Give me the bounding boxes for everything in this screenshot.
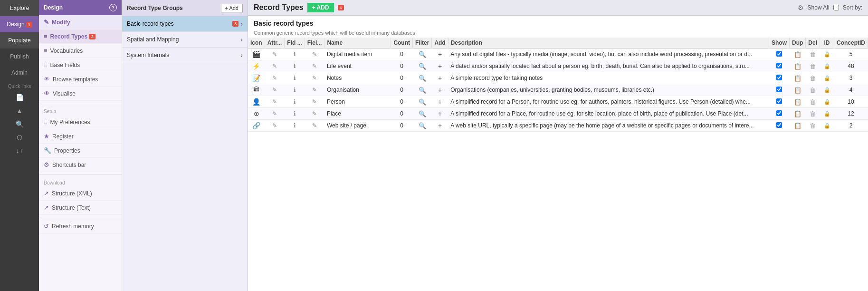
record-dup-5[interactable]: 📋 <box>789 108 805 120</box>
record-dup-1[interactable]: 📋 <box>789 60 805 72</box>
help-icon[interactable]: ? <box>109 4 117 11</box>
record-attr-pencil-1[interactable]: ✎ <box>265 60 285 72</box>
record-edit-6[interactable]: ✎ <box>305 120 324 132</box>
sidebar-item-properties[interactable]: 🔧 Properties <box>39 144 122 158</box>
record-icon-1[interactable]: ⚡ <box>248 60 265 72</box>
sidebar-item-base-fields[interactable]: ≡ Base Fields <box>39 58 122 72</box>
record-show-checkbox-2[interactable] <box>769 72 789 84</box>
record-info-5[interactable]: ℹ <box>285 108 305 120</box>
nav-design[interactable]: Design1 <box>0 16 39 32</box>
group-spatial-arrow: › <box>240 36 243 43</box>
record-show-checkbox-5[interactable] <box>769 108 789 120</box>
record-dup-6[interactable]: 📋 <box>789 120 805 132</box>
record-attr-pencil-0[interactable]: ✎ <box>265 48 285 60</box>
record-dup-0[interactable]: 📋 <box>789 48 805 60</box>
record-icon-5[interactable]: ⊕ <box>248 108 265 120</box>
record-add-1[interactable]: + <box>432 60 448 72</box>
sidebar-item-structure-text[interactable]: ↗ Structure (Text) <box>39 201 122 215</box>
record-filter-3[interactable]: 🔍 <box>413 84 432 96</box>
record-icon-4[interactable]: 👤 <box>248 96 265 108</box>
quick-icon-search[interactable]: 🔍 <box>0 117 39 131</box>
record-add-5[interactable]: + <box>432 108 448 120</box>
record-del-6[interactable]: 🗑 <box>806 120 820 132</box>
nav-explore[interactable]: Explore <box>0 0 39 16</box>
record-info-1[interactable]: ℹ <box>285 60 305 72</box>
record-add-2[interactable]: + <box>432 72 448 84</box>
record-edit-5[interactable]: ✎ <box>305 108 324 120</box>
group-item-basic-record-types[interactable]: Basic record types 3 › <box>122 16 248 32</box>
record-edit-1[interactable]: ✎ <box>305 60 324 72</box>
record-del-3[interactable]: 🗑 <box>806 84 820 96</box>
record-del-5[interactable]: 🗑 <box>806 108 820 120</box>
record-show-checkbox-1[interactable] <box>769 60 789 72</box>
sidebar-item-shortcuts-bar[interactable]: ⚙ Shortcuts bar <box>39 158 122 172</box>
record-add-6[interactable]: + <box>432 120 448 132</box>
record-info-3[interactable]: ℹ <box>285 84 305 96</box>
sidebar-item-register[interactable]: ★ Register <box>39 129 122 144</box>
record-show-checkbox-4[interactable] <box>769 96 789 108</box>
record-attr-pencil-3[interactable]: ✎ <box>265 84 285 96</box>
record-dup-2[interactable]: 📋 <box>789 72 805 84</box>
record-filter-2[interactable]: 🔍 <box>413 72 432 84</box>
record-name-5: Place <box>324 108 391 120</box>
record-del-0[interactable]: 🗑 <box>806 48 820 60</box>
record-show-checkbox-3[interactable] <box>769 84 789 96</box>
record-info-6[interactable]: ℹ <box>285 120 305 132</box>
quick-icon-cube[interactable]: ⬡ <box>0 131 39 144</box>
main-header: Record Types + ADD 4 ⚙ Show All Sort by: <box>248 0 868 16</box>
record-add-0[interactable]: + <box>432 48 448 60</box>
quick-icon-filter[interactable]: ↓+ <box>0 144 39 157</box>
record-info-0[interactable]: ℹ <box>285 48 305 60</box>
record-edit-0[interactable]: ✎ <box>305 48 324 60</box>
add-record-type-button[interactable]: + ADD <box>307 3 334 12</box>
record-icon-6[interactable]: 🔗 <box>248 120 265 132</box>
record-icon-2[interactable]: 📝 <box>248 72 265 84</box>
record-del-1[interactable]: 🗑 <box>806 60 820 72</box>
sidebar-item-vocabularies[interactable]: ≡ Vocabularies <box>39 44 122 58</box>
record-filter-5[interactable]: 🔍 <box>413 108 432 120</box>
quick-icon-doc[interactable]: 📄 <box>0 91 39 104</box>
record-add-3[interactable]: + <box>432 84 448 96</box>
col-header-icon: Icon <box>248 38 265 48</box>
record-filter-1[interactable]: 🔍 <box>413 60 432 72</box>
sidebar-item-refresh-memory[interactable]: ↺ Refresh memory <box>39 219 122 233</box>
record-attr-pencil-6[interactable]: ✎ <box>265 120 285 132</box>
record-attr-pencil-2[interactable]: ✎ <box>265 72 285 84</box>
sidebar-item-my-preferences[interactable]: ≡ My Preferences <box>39 115 122 129</box>
group-system-arrow: › <box>240 51 243 59</box>
modify-link[interactable]: ✎ Modify <box>39 15 122 29</box>
sidebar-item-visualise[interactable]: 👁 Visualise <box>39 87 122 101</box>
record-info-2[interactable]: ℹ <box>285 72 305 84</box>
add-group-button[interactable]: + Add <box>221 4 243 12</box>
record-del-4[interactable]: 🗑 <box>806 96 820 108</box>
record-icon-0[interactable]: 🎬 <box>248 48 265 60</box>
record-dup-4[interactable]: 📋 <box>789 96 805 108</box>
record-edit-4[interactable]: ✎ <box>305 96 324 108</box>
sidebar-item-browse-templates[interactable]: 👁 Browse templates <box>39 72 122 87</box>
record-show-checkbox-0[interactable] <box>769 48 789 60</box>
record-del-2[interactable]: 🗑 <box>806 72 820 84</box>
record-edit-3[interactable]: ✎ <box>305 84 324 96</box>
record-attr-pencil-5[interactable]: ✎ <box>265 108 285 120</box>
nav-publish[interactable]: Publish <box>0 48 39 65</box>
group-item-spatial-mapping[interactable]: Spatial and Mapping › <box>122 32 248 48</box>
sidebar-item-structure-xml[interactable]: ↗ Structure (XML) <box>39 186 122 201</box>
nav-admin[interactable]: Admin <box>0 65 39 81</box>
record-dup-3[interactable]: 📋 <box>789 84 805 96</box>
record-filter-6[interactable]: 🔍 <box>413 120 432 132</box>
record-attr-pencil-4[interactable]: ✎ <box>265 96 285 108</box>
record-edit-2[interactable]: ✎ <box>305 72 324 84</box>
settings-icon[interactable]: ⚙ <box>798 4 804 11</box>
quick-icon-arrow[interactable]: ▲ <box>0 104 39 117</box>
show-all-checkbox[interactable] <box>833 5 839 10</box>
record-icon-3[interactable]: 🏛 <box>248 84 265 96</box>
record-add-4[interactable]: + <box>432 96 448 108</box>
sidebar-item-record-types[interactable]: ≡ Record Types 2 <box>39 29 122 44</box>
record-info-4[interactable]: ℹ <box>285 96 305 108</box>
record-filter-0[interactable]: 🔍 <box>413 48 432 60</box>
group-item-system-internals[interactable]: System Internals › <box>122 48 248 63</box>
design-badge: 1 <box>26 22 32 28</box>
record-show-checkbox-6[interactable] <box>769 120 789 132</box>
record-filter-4[interactable]: 🔍 <box>413 96 432 108</box>
nav-populate[interactable]: Populate <box>0 32 39 48</box>
